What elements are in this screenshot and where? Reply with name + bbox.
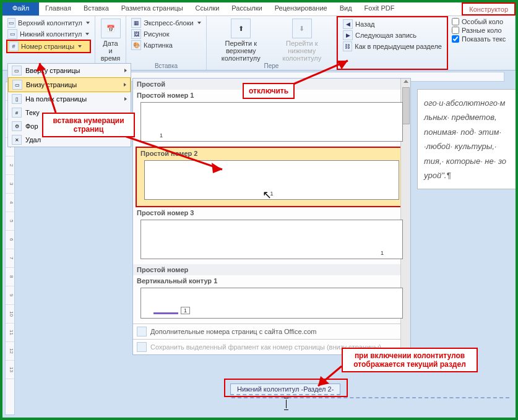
pagenum-icon: # xyxy=(9,41,19,51)
clipart-button[interactable]: 🎨Картинка xyxy=(130,40,202,51)
dd-top-of-page[interactable]: ▭Вверху страницы xyxy=(8,64,131,77)
text-cursor xyxy=(286,400,287,408)
quickparts-button[interactable]: ▦Экспресс-блоки xyxy=(130,17,202,28)
group-nav-label: Пере xyxy=(207,62,336,69)
prev-button[interactable]: ◀Назад xyxy=(342,19,443,30)
tab-file[interactable]: Файл xyxy=(2,2,39,15)
footer-icon: ▭ xyxy=(7,29,17,39)
link-prev-button[interactable]: ⛓Как в предыдущем разделе xyxy=(342,41,443,52)
header-icon: ▭ xyxy=(7,18,15,28)
document-page[interactable]: ого·и·абсолютного·м льных· предметов, по… xyxy=(417,89,518,189)
current-icon: # xyxy=(12,108,22,118)
blocks-icon: ▦ xyxy=(131,18,141,28)
dd-margins[interactable]: ▯На полях страницы xyxy=(8,92,131,106)
gallery-item-4[interactable]: 1 xyxy=(140,288,403,319)
next-icon: ▶ xyxy=(343,30,353,40)
doc-line: льных· предметов, xyxy=(424,110,518,124)
next-button[interactable]: ▶Следующая запись xyxy=(342,30,443,41)
gallery-category-2: Простой номер xyxy=(133,264,410,275)
back-icon: ◀ xyxy=(343,19,353,29)
page-number-button[interactable]: #Номер страницы xyxy=(6,40,91,53)
diff-oddeven-checkbox[interactable]: Разные коло xyxy=(452,26,511,35)
tab-home[interactable]: Главная xyxy=(39,2,77,15)
callout-section: при включении колонтитулов отображается … xyxy=(342,348,478,372)
gallery-more-online[interactable]: Дополнительные номера страниц с сайта Of… xyxy=(133,324,410,339)
dd-bottom-of-page[interactable]: ▭Внизу страницы xyxy=(8,77,131,92)
tab-mail[interactable]: Рассылки xyxy=(225,2,268,15)
tab-review[interactable]: Рецензирование xyxy=(269,2,334,15)
special-first-checkbox[interactable]: Особый коло xyxy=(452,17,511,26)
gallery-item-3-label: Простой номер 3 xyxy=(133,207,410,218)
ribbon: ▭Верхний колонтитул ▭Нижний колонтитул #… xyxy=(2,16,516,71)
footer-boundary xyxy=(231,397,509,398)
remove-icon: ✕ xyxy=(12,135,22,145)
tab-view[interactable]: Вид xyxy=(334,2,358,15)
doc-line: ·любой· культуры,· xyxy=(424,139,518,153)
gallery-item-4-label: Вертикальный контур 1 xyxy=(133,275,410,286)
doc-line: тия,· которые· не· зо xyxy=(424,154,518,168)
clipart-icon: 🎨 xyxy=(131,40,141,50)
gallery-item-2[interactable]: 1 xyxy=(144,160,399,200)
goto-footer-icon: ⬇ xyxy=(292,19,312,38)
tab-insert[interactable]: Вставка xyxy=(77,2,115,15)
tab-foxit[interactable]: Foxit PDF xyxy=(358,2,401,15)
gallery-item-3[interactable]: 1 xyxy=(140,220,403,259)
mouse-pointer: ↖ xyxy=(262,188,272,202)
doc-line: ого·и·абсолютного·м xyxy=(424,96,518,110)
goto-header-icon: ⬆ xyxy=(231,19,251,38)
gallery-item-2-label: Простой номер 2 xyxy=(137,148,407,159)
gallery-item-1[interactable]: 1 xyxy=(140,102,403,142)
footer-button[interactable]: ▭Нижний колонтитул xyxy=(6,28,91,40)
format-icon: ⚙ xyxy=(12,121,22,131)
header-button[interactable]: ▭Верхний колонтитул xyxy=(6,17,91,28)
save-icon xyxy=(137,342,147,352)
ribbon-tabs: Файл Главная Вставка Разметка страницы С… xyxy=(2,2,516,16)
tab-designer[interactable]: Конструктор xyxy=(462,2,516,15)
bottom-icon: ▭ xyxy=(12,80,22,90)
tab-layout[interactable]: Разметка страницы xyxy=(115,2,189,15)
margin-icon: ▯ xyxy=(12,94,22,104)
doc-line: понимая· под· этим· xyxy=(424,125,518,139)
tab-refs[interactable]: Ссылки xyxy=(189,2,226,15)
show-text-checkbox[interactable]: Показать текс xyxy=(452,35,511,43)
doc-line: урой".¶ xyxy=(424,168,518,182)
pagenum-gallery: Простой Простой номер 1 1 Простой номер … xyxy=(132,78,411,355)
link-icon: ⛓ xyxy=(343,41,352,51)
callout-disable: отключить xyxy=(243,83,295,99)
callout-numbering: вставка нумерации страниц xyxy=(42,113,135,137)
footer-tab-highlight xyxy=(224,379,348,397)
picture-icon: 🖼 xyxy=(131,29,141,39)
top-icon: ▭ xyxy=(12,66,22,75)
datetime-button[interactable]: 📅 Дата и время xyxy=(99,17,122,63)
calendar-icon: 📅 xyxy=(101,19,121,38)
picture-button[interactable]: 🖼Рисунок xyxy=(130,28,202,40)
group-insert-label: Вставка xyxy=(126,62,206,69)
office-icon xyxy=(137,327,147,336)
